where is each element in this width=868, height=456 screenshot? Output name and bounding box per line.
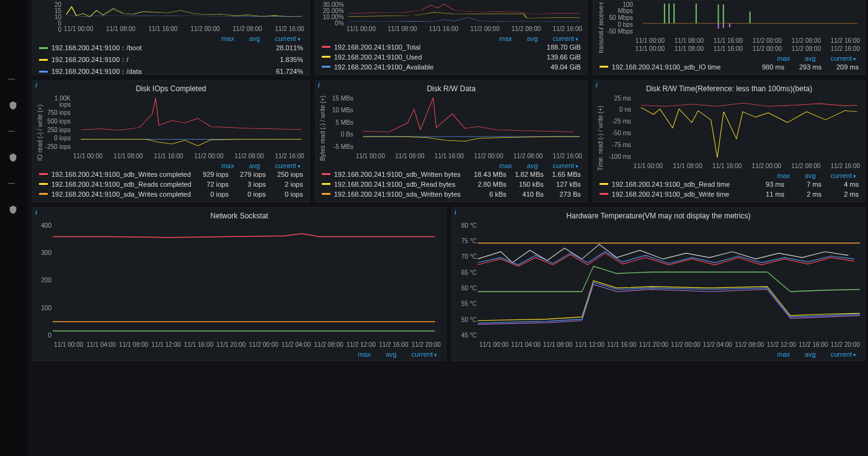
panel-title: Disk R/W Time(Reference: less than 100ms… <box>593 81 865 94</box>
y-axis-label: transmit（-）/ receive（+） <box>596 2 607 53</box>
col-avg[interactable]: avg <box>386 351 397 358</box>
x-axis: 11/1 00:0011/1 08:0011/1 16:0011/2 00:00… <box>35 23 304 34</box>
legend[interactable]: maxavgcurrent 192.168.200.241:9100_sdb_I… <box>593 53 865 74</box>
x-axis-secondary: 11/1 00:0011/1 08:0011/1 16:0011/2 00:00… <box>607 45 860 53</box>
info-icon[interactable]: i <box>35 82 37 89</box>
panel-title: Hardware Temperature(VM may not display … <box>452 208 865 221</box>
chart-plot[interactable]: 1.00K iops750 iops500 iops250 iops0 iops… <box>45 96 304 150</box>
legend-row[interactable]: 192.168.200.241:9100_Avaliable49.04 GiB <box>322 62 581 72</box>
panel-network-sockstat[interactable]: i Network Sockstat 4003002001000 <box>32 207 446 361</box>
legend-row[interactable]: 192.168.200.241:9100_sdb_IO time980 ms29… <box>600 62 859 72</box>
y-axis-label: IO read (-) / write (+) <box>35 96 45 161</box>
legend-row[interactable]: 192.168.200.241:9100_sdb_Reads completed… <box>39 179 303 189</box>
x-axis: 11/1 00:0011/1 04:0011/1 08:0011/1 12:00… <box>35 339 441 349</box>
panel-title: Disk IOps Completed <box>33 81 309 94</box>
col-current[interactable]: current <box>831 55 856 62</box>
panel-filesystem-usage[interactable]: 20151050 11/1 00:0011/1 08:0011/1 16:001… <box>32 0 310 75</box>
legend-row[interactable]: 192.168.200.241:9100_sdb_Write time11 ms… <box>600 189 859 199</box>
col-avg[interactable]: avg <box>249 35 260 42</box>
col-avg[interactable]: avg <box>805 172 816 179</box>
legend-row[interactable]: 192.168.200.241:9100：/boot28.011% <box>39 42 303 54</box>
info-icon[interactable]: i <box>318 82 320 89</box>
y-axis-label: Bytes read (-) / write (+) <box>318 96 327 161</box>
col-avg[interactable]: avg <box>527 162 538 169</box>
chart-plot[interactable]: 30.00%20.00%10.00%0% <box>318 2 582 23</box>
col-avg[interactable]: avg <box>805 55 816 62</box>
panel-memory-pct[interactable]: 30.00%20.00%10.00%0% 11/1 00:0011/1 08:0… <box>315 0 588 75</box>
col-current[interactable]: current <box>553 35 578 42</box>
x-axis: 11/1 00:0011/1 08:0011/1 16:0011/2 00:00… <box>318 23 582 34</box>
x-axis: 11/1 00:0011/1 04:0011/1 08:0011/1 12:00… <box>454 339 860 349</box>
panel-title: Network Sockstat <box>33 208 446 221</box>
legend[interactable]: maxavgcurrent 192.168.200.241:9100：/boot… <box>33 34 309 74</box>
legend-row[interactable]: 192.168.200.241:9100_sda_Written bytes6 … <box>322 189 581 199</box>
shield-icon[interactable] <box>8 153 19 164</box>
col-current[interactable]: current <box>275 35 300 42</box>
col-max[interactable]: max <box>777 55 790 62</box>
dash-icon[interactable]: — <box>8 74 19 86</box>
dashboard-grid: 20151050 11/1 00:0011/1 08:0011/1 16:001… <box>27 0 868 456</box>
legend[interactable]: maxavgcurrent 192.168.200.241:9100_Total… <box>316 34 587 74</box>
legend-row[interactable]: 192.168.200.241:9100：/1.835% <box>39 54 303 66</box>
col-max[interactable]: max <box>499 162 512 169</box>
chart-plot[interactable]: 25 ms0 ns-25 ms-50 ms-75 ms-100 ms <box>605 96 860 160</box>
legend[interactable]: maxavgcurrent 192.168.200.241:9100_sdb_R… <box>593 171 865 202</box>
chart-plot[interactable]: 80 °C75 °C70 °C65 °C60 °C55 °C50 °C45 °C <box>454 223 860 339</box>
legend-row[interactable]: 192.168.200.241:9100_sdb_Written bytes18… <box>322 169 581 179</box>
legend-row[interactable]: 192.168.200.241:9100：/data61.724% <box>39 66 303 74</box>
chart-plot[interactable]: 15 MBs10 MBs5 MBs0 Bs-5 MBs <box>327 96 582 150</box>
x-axis: 11/1 00:0011/1 08:0011/1 16:0011/2 00:00… <box>605 160 860 171</box>
col-current[interactable]: current <box>831 351 856 358</box>
info-icon[interactable]: i <box>454 209 456 216</box>
x-axis: 11/1 00:0011/1 08:0011/1 16:0011/2 00:00… <box>327 150 582 161</box>
x-axis: 11/1 00:0011/1 08:0011/1 16:0011/2 00:00… <box>45 150 304 161</box>
shield-icon[interactable] <box>8 101 19 112</box>
legend[interactable]: maxavgcurrent 192.168.200.241:9100_sdb_W… <box>316 161 587 202</box>
panel-hardware-temperature[interactable]: i Hardware Temperature(VM may not displa… <box>451 207 866 361</box>
panel-disk-rw-time[interactable]: i Disk R/W Time(Reference: less than 100… <box>593 80 866 202</box>
info-icon[interactable]: i <box>596 82 598 89</box>
x-axis: 11/1 00:0011/1 08:0011/1 16:0011/2 00:00… <box>607 35 860 45</box>
col-max[interactable]: max <box>221 35 234 42</box>
dash-icon[interactable]: — <box>8 127 19 138</box>
col-avg[interactable]: avg <box>249 162 260 169</box>
chart-plot[interactable]: 100 Mbps50 Mbps0 bps-50 Mbps <box>607 2 860 35</box>
legend-row[interactable]: 192.168.200.241:9100_sdb_Read bytes2.80 … <box>322 179 581 189</box>
legend-row[interactable]: 192.168.200.241:9100_Total188.70 GiB <box>322 42 581 52</box>
chart-plot[interactable]: 20151050 <box>35 2 304 23</box>
panel-disk-iops[interactable]: i Disk IOps Completed IO read (-) / writ… <box>32 80 310 202</box>
panel-network-io[interactable]: transmit（-）/ receive（+） 100 Mbps50 Mbps0… <box>593 0 866 75</box>
legend[interactable]: maxavgcurrent 192.168.200.241:9100_sdb_W… <box>33 161 309 202</box>
app-sidebar: — — — <box>0 0 27 456</box>
col-max[interactable]: max <box>777 351 790 358</box>
legend-row[interactable]: 192.168.200.241:9100_Used139.66 GiB <box>322 52 581 62</box>
col-avg[interactable]: avg <box>805 351 816 358</box>
panel-disk-rw-data[interactable]: i Disk R/W Data Bytes read (-) / write (… <box>315 80 588 202</box>
col-current[interactable]: current <box>553 162 578 169</box>
panel-title: Disk R/W Data <box>316 81 587 94</box>
shield-icon[interactable] <box>8 205 19 216</box>
legend[interactable]: maxavgcurrent <box>33 349 446 360</box>
legend-row[interactable]: 192.168.200.241:9100_sda_Writes complete… <box>39 189 303 199</box>
col-current[interactable]: current <box>275 162 300 169</box>
col-avg[interactable]: avg <box>527 35 538 42</box>
col-max[interactable]: max <box>499 35 512 42</box>
legend-row[interactable]: 192.168.200.241:9100_sdb_Read time93 ms7… <box>600 179 859 189</box>
col-max[interactable]: max <box>777 172 790 179</box>
col-max[interactable]: max <box>358 351 371 358</box>
col-max[interactable]: max <box>221 162 234 169</box>
y-axis-label: Time. read (-) / write (+) <box>596 96 605 171</box>
col-current[interactable]: current <box>412 351 437 358</box>
legend[interactable]: maxavgcurrent <box>452 349 865 360</box>
info-icon[interactable]: i <box>35 209 37 216</box>
legend-row[interactable]: 192.168.200.241:9100_sdb_Writes complete… <box>39 169 303 179</box>
chart-plot[interactable]: 4003002001000 <box>35 223 441 339</box>
col-current[interactable]: current <box>831 172 856 179</box>
dash-icon[interactable]: — <box>8 179 19 190</box>
